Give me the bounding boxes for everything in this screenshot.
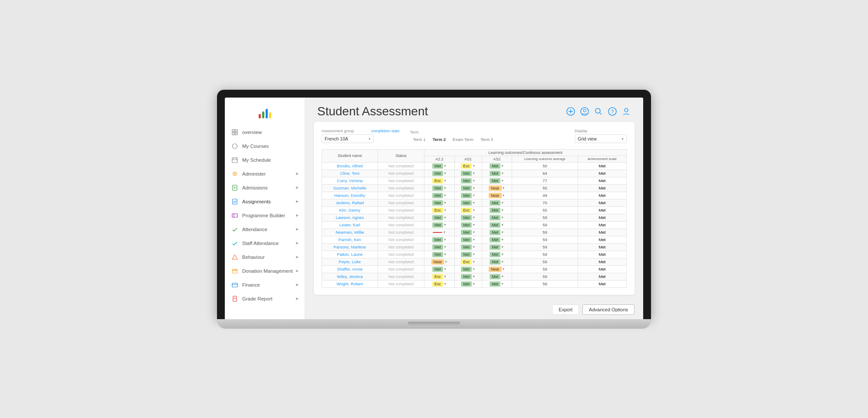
as2-cell[interactable]: Met▼ — [482, 229, 512, 236]
as2-cell[interactable]: Met▼ — [482, 243, 512, 251]
a22-cell[interactable]: Exc▼ — [424, 206, 454, 214]
as2-cell[interactable]: Met▼ — [482, 280, 512, 287]
student-link[interactable]: Lawson, Agnes — [336, 215, 364, 220]
student-link[interactable]: Patton, Laurie — [337, 252, 362, 257]
student-link[interactable]: Cline, Toni — [340, 171, 359, 176]
as2-cell[interactable]: Met▼ — [482, 214, 512, 221]
sidebar-item-my-courses[interactable]: My Courses — [225, 139, 305, 153]
student-link[interactable]: Curry, Victoria — [337, 178, 362, 183]
student-link[interactable]: Jenkins, Rafael — [335, 200, 364, 205]
as2-cell[interactable]: Met▼ — [482, 170, 512, 177]
as1-cell[interactable]: Exc▼ — [454, 258, 482, 265]
as1-cell[interactable]: Met▼ — [454, 177, 482, 184]
sidebar-item-administer[interactable]: Administer ▶ — [225, 167, 305, 181]
student-link[interactable]: Wiley, Jessica — [337, 274, 362, 279]
student-link[interactable]: Hanson, Dorothy — [334, 193, 365, 198]
sidebar-item-attendance[interactable]: Attendance ▶ — [225, 222, 305, 236]
a22-cell[interactable]: Met▼ — [424, 265, 454, 273]
student-link[interactable]: Lester, Earl — [339, 222, 360, 227]
col-a22: A2.2 — [424, 156, 454, 162]
advanced-options-button[interactable]: Advanced Options — [582, 304, 635, 315]
student-link[interactable]: Parsons, Marlene — [334, 245, 366, 249]
sidebar-item-overview[interactable]: overview — [225, 125, 305, 139]
as1-cell[interactable]: Met▼ — [454, 273, 482, 280]
as2-cell[interactable]: Met▼ — [482, 199, 512, 206]
display-select[interactable]: Grid view List view — [575, 134, 627, 143]
help-icon[interactable]: ? — [608, 107, 617, 116]
term-3-button[interactable]: Term 3 — [477, 136, 496, 143]
as1-cell[interactable]: Met▼ — [454, 184, 482, 192]
as1-cell[interactable]: Met▼ — [454, 280, 482, 287]
student-link[interactable]: Wright, Robert — [336, 281, 363, 286]
as2-cell[interactable]: Met▼ — [482, 251, 512, 258]
as2-cell[interactable]: Met▼ — [482, 236, 512, 243]
term-1-button[interactable]: Term 1 — [410, 136, 429, 143]
status-cell: Not completed — [378, 236, 424, 243]
a22-cell[interactable]: Near▼ — [424, 258, 454, 265]
as2-cell[interactable]: Met▼ — [482, 177, 512, 184]
user-icon[interactable] — [621, 107, 631, 116]
svg-point-4 — [233, 144, 237, 148]
a22-cell[interactable]: Exc▼ — [424, 280, 454, 287]
as1-cell[interactable]: Met▼ — [454, 265, 482, 273]
as1-cell[interactable]: Exc▼ — [454, 206, 482, 214]
as2-cell[interactable]: Met▼ — [482, 206, 512, 214]
a22-cell[interactable]: Met▼ — [424, 170, 454, 177]
a22-cell[interactable]: Met▼ — [424, 214, 454, 221]
a22-cell[interactable]: Met▼ — [424, 243, 454, 251]
as1-cell[interactable]: Exc▼ — [454, 162, 482, 170]
sidebar-item-finance[interactable]: Finance ▶ — [225, 278, 305, 292]
a22-cell[interactable]: Met▼ — [424, 192, 454, 199]
sidebar-item-admissions[interactable]: Admissions ▶ — [225, 181, 305, 195]
a22-cell[interactable]: Met▼ — [424, 199, 454, 206]
sidebar-item-donation-management[interactable]: Donation Management ▶ — [225, 264, 305, 278]
student-link[interactable]: Kim, Danny — [339, 208, 360, 212]
a22-cell[interactable]: Met▼ — [424, 184, 454, 192]
as1-cell[interactable]: Met▼ — [454, 170, 482, 177]
a22-cell[interactable]: Exc▼ — [424, 177, 454, 184]
assessment-group-select[interactable]: French 10A — [322, 134, 374, 143]
scale-cell: Met — [578, 229, 627, 236]
a22-cell[interactable]: Met▼ — [424, 221, 454, 229]
account-circle-icon[interactable] — [580, 107, 589, 116]
as2-cell[interactable]: Near▼ — [482, 265, 512, 273]
student-link[interactable]: Newman, Willie — [335, 230, 364, 235]
as1-cell[interactable]: Met▼ — [454, 199, 482, 206]
sidebar-item-staff-attendance[interactable]: Staff Attendance ▶ — [225, 236, 305, 250]
as1-cell[interactable]: Met▼ — [454, 236, 482, 243]
student-link[interactable]: Brooks, Alfred — [337, 163, 362, 168]
as1-cell[interactable]: Met▼ — [454, 251, 482, 258]
status-cell: Not completed — [378, 229, 424, 236]
search-icon[interactable] — [594, 107, 603, 116]
exam-term-button[interactable]: Exam Term — [450, 136, 477, 143]
a22-cell[interactable]: Exc▼ — [424, 273, 454, 280]
sidebar-item-assignments[interactable]: Assignments ▶ — [225, 195, 305, 209]
completion-stats-link[interactable]: completion stats — [372, 129, 400, 133]
as2-cell[interactable]: Met▼ — [482, 162, 512, 170]
a22-cell[interactable]: ▼ — [424, 229, 454, 236]
export-button[interactable]: Export — [552, 304, 579, 315]
as1-cell[interactable]: Met▼ — [454, 243, 482, 251]
sidebar-item-behaviour[interactable]: Behaviour ▶ — [225, 250, 305, 264]
a22-cell[interactable]: Met▼ — [424, 236, 454, 243]
student-link[interactable]: Peyre, Luke — [339, 259, 361, 264]
as1-cell[interactable]: Met▼ — [454, 229, 482, 236]
as2-cell[interactable]: Met▼ — [482, 221, 512, 229]
sidebar-item-grade-report[interactable]: Grade Report ▶ — [225, 292, 305, 306]
as1-cell[interactable]: Met▼ — [454, 214, 482, 221]
as1-cell[interactable]: Met▼ — [454, 192, 482, 199]
as2-cell[interactable]: Met▼ — [482, 273, 512, 280]
as2-cell[interactable]: Met▼ — [482, 258, 512, 265]
sidebar-item-my-schedule[interactable]: My Schedule — [225, 153, 305, 167]
term-2-button[interactable]: Term 2 — [430, 136, 449, 143]
as2-cell[interactable]: Near▼ — [482, 184, 512, 192]
as2-cell[interactable]: Near▼ — [482, 192, 512, 199]
as1-cell[interactable]: Met▼ — [454, 221, 482, 229]
student-link[interactable]: Parrish, Ken — [339, 237, 361, 242]
a22-cell[interactable]: Met▼ — [424, 162, 454, 170]
student-link[interactable]: Guzman, Michelle — [333, 186, 366, 190]
add-circle-icon[interactable] — [566, 107, 575, 116]
a22-cell[interactable]: Met▼ — [424, 251, 454, 258]
sidebar-item-programme-builder[interactable]: Programme Builder ▶ — [225, 209, 305, 222]
student-link[interactable]: Shaffer, Annie — [337, 267, 362, 271]
